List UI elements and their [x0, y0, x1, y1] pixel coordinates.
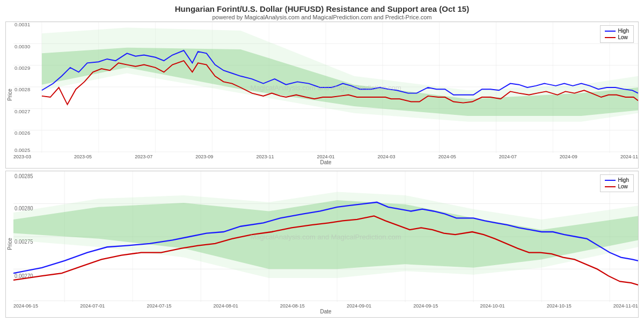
svg-text:0.0025: 0.0025 — [14, 147, 30, 153]
top-x-tick: 2024-07 — [499, 154, 517, 159]
bottom-x-tick: 2024-09-01 — [347, 303, 371, 309]
subtitle: powered by MagicalAnalysis.com and Magic… — [5, 14, 639, 20]
top-x-ticks: 2023-03 2023-05 2023-07 2023-09 2023-11 … — [13, 153, 638, 159]
bottom-x-ticks: 2024-06-15 2024-07-01 2024-07-15 2024-08… — [13, 302, 638, 309]
top-chart-inner: High Low MagicalAnalysis.com and Magical… — [13, 22, 638, 168]
svg-text:0.0029: 0.0029 — [14, 65, 30, 71]
bottom-chart-legend: High Low — [600, 174, 634, 192]
top-x-tick: 2024-11 — [620, 154, 638, 159]
top-high-line-indicator — [605, 31, 616, 32]
bottom-x-tick: 2024-10-01 — [480, 303, 504, 309]
bottom-x-tick: 2024-08-15 — [280, 303, 305, 309]
svg-text:0.0027: 0.0027 — [14, 108, 30, 114]
top-x-tick: 2023-05 — [74, 154, 92, 159]
top-x-axis-area: 2023-03 2023-05 2023-07 2023-09 2023-11 … — [13, 153, 638, 168]
bottom-chart-panel: Price High Low MagicalAnalysis. — [5, 171, 639, 318]
svg-text:0.0028: 0.0028 — [14, 86, 30, 92]
page-container: Hungarian Forint/U.S. Dollar (HUFUSD) Re… — [0, 0, 644, 322]
top-x-tick: 2024-09 — [560, 154, 577, 159]
top-x-tick: 2023-03 — [13, 154, 31, 159]
bottom-chart-inner: High Low MagicalAnalysis.com and Magical… — [13, 171, 638, 317]
bottom-x-axis-area: 2024-06-15 2024-07-01 2024-07-15 2024-08… — [13, 302, 638, 317]
bottom-y-axis-label: Price — [6, 171, 13, 317]
bottom-x-tick: 2024-07-15 — [147, 303, 171, 309]
top-legend-high: High — [605, 28, 629, 34]
bottom-x-tick: 2024-11-01 — [613, 303, 638, 309]
bottom-x-tick: 2024-09-15 — [413, 303, 438, 309]
bottom-x-axis-label: Date — [13, 309, 638, 314]
bottom-legend-low: Low — [605, 184, 629, 189]
top-low-label: Low — [618, 34, 627, 40]
top-x-tick: 2023-07 — [135, 154, 152, 159]
bottom-x-tick: 2024-08-01 — [214, 303, 238, 309]
charts-wrapper: Price High Low MagicalAnalysis. — [5, 21, 639, 318]
bottom-x-tick: 2024-10-15 — [547, 303, 572, 309]
bottom-low-label: Low — [618, 184, 627, 189]
svg-text:0.0026: 0.0026 — [14, 130, 30, 136]
top-chart-legend: High Low — [600, 25, 634, 43]
top-x-tick: 2023-11 — [256, 154, 274, 159]
top-x-tick: 2023-09 — [195, 154, 213, 159]
main-title: Hungarian Forint/U.S. Dollar (HUFUSD) Re… — [5, 4, 639, 13]
svg-text:0.0030: 0.0030 — [14, 43, 30, 49]
top-chart-svg-area: High Low MagicalAnalysis.com and Magical… — [13, 22, 638, 153]
bottom-legend-high: High — [605, 177, 629, 183]
bottom-chart-svg-area: High Low MagicalAnalysis.com and Magical… — [13, 171, 638, 302]
svg-text:0.00285: 0.00285 — [14, 172, 33, 179]
top-x-tick: 2024-01 — [317, 154, 334, 159]
bottom-high-label: High — [618, 177, 629, 183]
top-x-tick: 2024-03 — [378, 154, 396, 159]
top-y-axis-label: Price — [6, 22, 13, 168]
bottom-x-tick: 2024-07-01 — [80, 303, 105, 309]
top-x-axis-label: Date — [13, 159, 638, 165]
svg-text:0.0031: 0.0031 — [14, 22, 30, 27]
top-low-line-indicator — [605, 37, 616, 38]
top-high-label: High — [618, 28, 629, 34]
bottom-low-line-indicator — [605, 186, 616, 187]
top-x-tick: 2024-05 — [438, 154, 456, 159]
top-chart-panel: Price High Low MagicalAnalysis. — [5, 21, 639, 169]
top-legend-low: Low — [605, 34, 629, 40]
bottom-high-line-indicator — [605, 180, 616, 181]
header: Hungarian Forint/U.S. Dollar (HUFUSD) Re… — [5, 4, 639, 20]
bottom-x-tick: 2024-06-15 — [13, 303, 38, 309]
